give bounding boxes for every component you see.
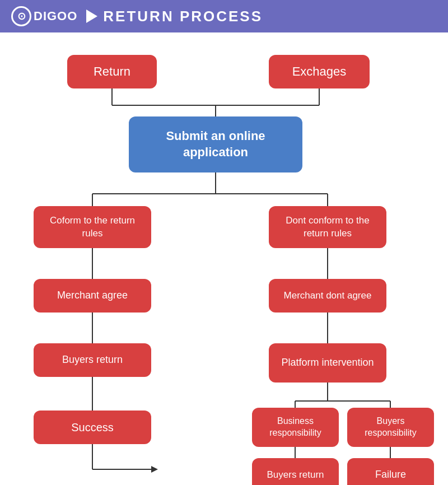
return-box: Return [67, 55, 157, 88]
success-box: Success [34, 411, 151, 444]
logo: ⊙ DIGOO [11, 6, 77, 26]
header-title: RETURN PROCESS [86, 8, 263, 25]
merchant-agree-box: Merchant agree [34, 279, 151, 313]
logo-text: DIGOO [34, 9, 77, 24]
submit-box: Submit an online application [129, 116, 302, 172]
failure-box: Failure [347, 458, 434, 485]
main-content: Return Exchages Submit an online applica… [0, 32, 448, 485]
platform-intervention-box: Platform intervention [269, 343, 386, 383]
buyers-return-box: Buyers return [34, 343, 151, 377]
title-text: RETURN PROCESS [103, 8, 263, 25]
dont-conform-box: Dont conform to the return rules [269, 206, 386, 248]
flowchart: Return Exchages Submit an online applica… [17, 44, 431, 474]
logo-circle: ⊙ [11, 6, 31, 26]
business-responsibility-box: Business responsibility [252, 408, 339, 447]
merchant-dont-agree-box: Merchant dont agree [269, 279, 386, 313]
buyers-return2-box: Buyers return [252, 458, 339, 485]
buyers-responsibility-box: Buyers responsibility [347, 408, 434, 447]
header: ⊙ DIGOO RETURN PROCESS [0, 0, 448, 32]
exchanges-box: Exchages [269, 55, 370, 88]
conform-box: Coform to the return rules [34, 206, 151, 248]
svg-marker-13 [151, 466, 158, 473]
play-icon [86, 10, 97, 23]
